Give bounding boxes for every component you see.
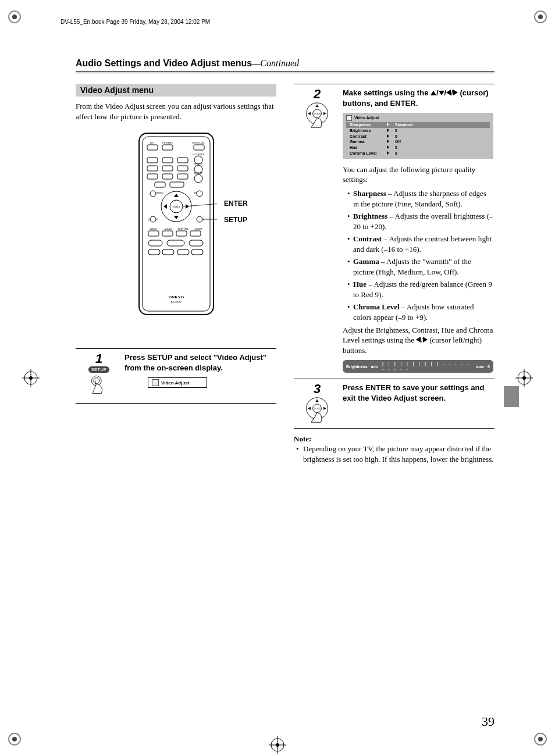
- svg-text:OPEN CLOSE: OPEN CLOSE: [192, 142, 204, 144]
- crop-mark-bl: [6, 730, 23, 748]
- svg-rect-35: [162, 174, 173, 179]
- svg-rect-27: [194, 145, 204, 150]
- remote-icon: ON STANDBY OPEN CLOSE PLAY MODE: [136, 131, 217, 317]
- step-2-body-after: Adjust the Brightness, Contrast, Hue and…: [343, 325, 493, 356]
- osd-video-adjust-menu: Video Adjust SharpnessStandard Brightnes…: [343, 113, 493, 159]
- svg-point-3: [538, 15, 543, 19]
- crop-mark-tl: [6, 8, 23, 26]
- step-3: 3 ENTER Press ENTER to save your setting…: [294, 379, 494, 429]
- step-2-instruction: Make settings using the /// (cursor) but…: [343, 88, 493, 108]
- svg-rect-67: [162, 231, 173, 236]
- svg-rect-38: [170, 182, 184, 187]
- svg-rect-32: [162, 166, 173, 171]
- step-1: 1 SETUP Press SETUP and select "Video Ad…: [76, 348, 276, 404]
- note-heading: Note:: [294, 434, 494, 444]
- svg-rect-30: [177, 158, 188, 163]
- note-item: Depending on your TV, the picture may ap…: [296, 444, 494, 464]
- step-2: 2 ENTER Make settings using the //: [294, 84, 494, 379]
- setting-chroma: Chroma Level – Adjusts how saturated col…: [347, 302, 493, 322]
- osd-row-chroma: Chroma Level0: [346, 151, 490, 156]
- crop-mark-tr: [532, 8, 549, 26]
- crop-mark-mr: [515, 369, 533, 387]
- remote-illustration: ON STANDBY OPEN CLOSE PLAY MODE: [76, 131, 276, 334]
- osd-row-sharpness: SharpnessStandard: [346, 122, 490, 128]
- setting-sharpness: Sharpness – Adjusts the sharpness of edg…: [347, 188, 493, 209]
- svg-text:DIMMER: DIMMER: [194, 172, 202, 174]
- svg-rect-28: [147, 158, 158, 163]
- svg-rect-76: [191, 249, 203, 255]
- osd-title: Video Adjust: [346, 115, 490, 121]
- step-3-instruction: Press ENTER to save your settings and ex…: [343, 383, 493, 403]
- video-adjust-tag: Video Adjust: [148, 377, 207, 388]
- svg-point-59: [197, 216, 202, 222]
- osd-row-brightness: Brightness0: [346, 128, 490, 134]
- svg-rect-25: [162, 145, 173, 150]
- svg-point-1: [12, 15, 17, 19]
- page-title-continued: —Continued: [252, 58, 299, 68]
- page-title: Audio Settings and Video Adjust menus: [76, 58, 252, 68]
- dpad-enter-icon: ENTER: [304, 397, 330, 423]
- svg-rect-68: [176, 231, 187, 236]
- svg-rect-69: [190, 231, 201, 236]
- svg-rect-70: [148, 240, 162, 246]
- slider-min: min: [371, 365, 378, 369]
- section-heading-video-adjust: Video Adjust menu: [76, 84, 276, 97]
- osd-row-contrast: Contrast0: [346, 134, 490, 140]
- step-1-icon-label: SETUP: [88, 366, 110, 373]
- left-arrow-icon: [446, 90, 451, 95]
- svg-point-43: [194, 174, 202, 183]
- svg-point-80: [94, 378, 99, 384]
- right-arrow-icon: [423, 337, 428, 343]
- down-arrow-icon: [439, 91, 444, 95]
- left-arrow-icon: [416, 337, 421, 343]
- svg-point-57: [197, 191, 202, 197]
- crop-mark-br: [532, 730, 549, 748]
- svg-rect-71: [167, 240, 184, 246]
- svg-text:ZOOM: ZOOM: [195, 227, 202, 230]
- setting-contrast: Contrast – Adjusts the contrast between …: [347, 234, 493, 254]
- svg-text:RC-571DV: RC-571DV: [170, 301, 182, 304]
- page-title-row: Audio Settings and Video Adjust menus—Co…: [76, 58, 494, 73]
- svg-text:ONKYO: ONKYO: [168, 295, 184, 299]
- svg-text:ENTER: ENTER: [172, 205, 180, 208]
- svg-point-5: [12, 737, 17, 741]
- settings-list: Sharpness – Adjusts the sharpness of edg…: [343, 188, 493, 323]
- book-header-line: DV-L55_En.book Page 39 Friday, May 28, 2…: [61, 19, 210, 25]
- svg-rect-74: [162, 249, 174, 255]
- svg-rect-75: [177, 249, 189, 255]
- osd-row-hue: Hue0: [346, 145, 490, 151]
- step-3-number: 3: [303, 379, 332, 397]
- dpad-enter-icon: ENTER: [304, 102, 330, 129]
- setting-brightness: Brightness – Adjusts the overall brightn…: [347, 211, 493, 231]
- svg-text:STANDBY: STANDBY: [162, 141, 173, 144]
- side-tab: [504, 386, 519, 407]
- svg-rect-34: [147, 174, 158, 179]
- svg-rect-37: [155, 182, 165, 187]
- svg-point-58: [150, 216, 156, 222]
- svg-rect-36: [177, 174, 188, 179]
- svg-text:SUBTITLE: SUBTITLE: [177, 227, 188, 230]
- slider-max: max: [476, 365, 484, 369]
- slider-ticks: | | | | | | | | | | . . . . . . . . . .: [382, 362, 472, 371]
- step-2-number: 2: [303, 84, 332, 102]
- svg-rect-29: [162, 158, 173, 163]
- svg-rect-31: [147, 166, 158, 171]
- osd-row-gamma: GammaOff: [346, 139, 490, 145]
- intro-text: From the Video Adjust screen you can adj…: [76, 101, 276, 122]
- svg-text:ENTER: ENTER: [314, 113, 321, 115]
- svg-rect-23: [147, 145, 158, 150]
- svg-text:ENTER: ENTER: [314, 408, 321, 410]
- right-arrow-icon: [453, 90, 458, 95]
- crop-mark-mb: [269, 736, 286, 754]
- slider-value: 0: [488, 365, 490, 369]
- svg-rect-72: [189, 240, 203, 246]
- remote-label-enter: ENTER: [224, 199, 248, 208]
- press-setup-icon: [87, 374, 111, 398]
- slider-label: Brightness: [346, 365, 368, 369]
- crop-mark-ml: [22, 369, 40, 387]
- svg-text:PLAY MODE: PLAY MODE: [193, 154, 204, 156]
- step-2-body-intro: You can adjust the following picture qua…: [343, 165, 493, 185]
- remote-label-setup: SETUP: [224, 216, 247, 224]
- svg-rect-73: [148, 249, 160, 255]
- svg-text:AUDIO: AUDIO: [149, 227, 156, 230]
